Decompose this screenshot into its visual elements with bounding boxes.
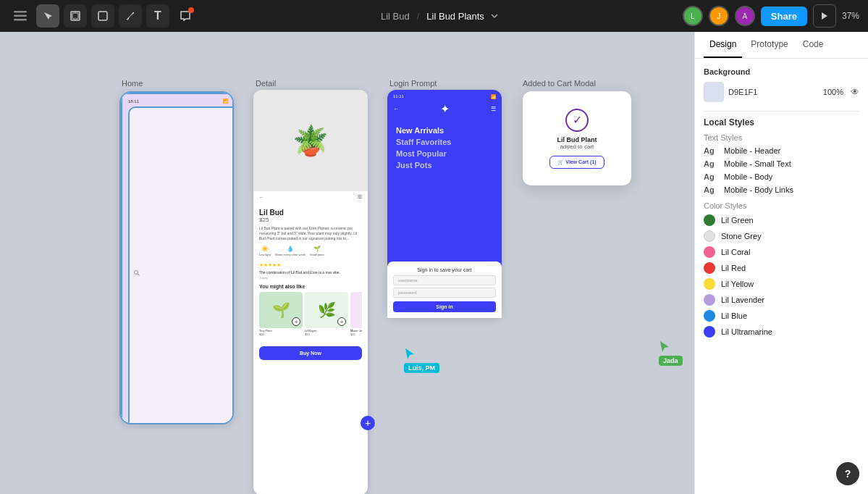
also-like-title: You might also like — [259, 284, 362, 289]
play-button[interactable] — [813, 4, 836, 28]
color-styles-section-title: Color Styles — [704, 201, 859, 210]
svg-rect-4 — [72, 13, 78, 19]
cursor-jada-pointer — [659, 340, 670, 354]
password-field[interactable]: password — [393, 288, 496, 298]
tab-prototype[interactable]: Prototype — [745, 32, 793, 58]
login-menu-item-0[interactable]: New Arrivals — [396, 126, 493, 135]
search-icon — [134, 270, 140, 276]
light-icon: ☀️ — [261, 246, 269, 252]
shape-tool-button[interactable] — [91, 4, 114, 28]
rec-add-1[interactable]: + — [337, 317, 346, 326]
login-menu-item-3[interactable]: Just Pots — [396, 161, 493, 169]
view-cart-button[interactable]: 🛒 View Cart (1) — [549, 156, 604, 169]
color-style-item-0[interactable]: Lil Green — [704, 214, 859, 226]
care-item-light: ☀️ Low light — [259, 246, 271, 256]
sign-in-button[interactable]: Sign in — [393, 301, 496, 312]
home-frame: 18:11 📶 New Arrivals Sort by ▾ Filter ▾ — [119, 91, 234, 424]
tab-design[interactable]: Design — [704, 32, 742, 58]
color-style-item-2[interactable]: Lil Coral — [704, 246, 859, 258]
detail-price: $25 — [259, 217, 362, 223]
zoom-label[interactable]: 37% — [842, 11, 859, 21]
login-hamburger[interactable]: ☰ — [491, 106, 496, 112]
text-style-item-2[interactable]: Ag Mobile - Body — [704, 172, 859, 181]
text-tool-button[interactable]: T — [146, 4, 169, 28]
background-color-swatch[interactable] — [704, 82, 724, 102]
svg-rect-5 — [98, 12, 107, 20]
local-styles-title: Local Styles — [704, 117, 859, 127]
water-icon: 💧 — [287, 246, 294, 252]
text-style-item-0[interactable]: Ag Mobile - Header — [704, 146, 859, 155]
detail-plant-image: 🪴 — [253, 90, 368, 191]
cart-modal: ✓ Lil Bud Plant added to cart 🛒 View Car… — [523, 91, 631, 185]
rec-item-2[interactable]: 🪴 + Mister Jenkins $25 — [350, 292, 362, 336]
color-style-item-1[interactable]: Stone Grey — [704, 230, 859, 242]
frame-label-login: Login Prompt — [389, 79, 437, 88]
light-label: Low light — [259, 253, 271, 256]
text-style-name-0: Mobile - Header — [724, 146, 780, 155]
color-style-name-6: Lil Blue — [721, 311, 747, 320]
username-field[interactable]: username — [393, 275, 496, 285]
search-bar[interactable] — [128, 106, 234, 424]
login-menu-items: New Arrivals Staff Favorites Most Popula… — [387, 120, 502, 178]
tool-group-pen — [119, 4, 142, 28]
avatar-user2: J — [709, 6, 729, 26]
color-style-item-6[interactable]: Lil Blue — [704, 310, 859, 322]
back-arrow[interactable]: ← — [259, 195, 264, 200]
visibility-toggle-icon[interactable]: 👁 — [851, 87, 859, 97]
cursor-jada-label: Jada — [659, 356, 683, 366]
rec-item-0[interactable]: 🌱 + Tiny Plant $20 — [259, 292, 303, 336]
text-style-item-1[interactable]: Ag Mobile - Small Text — [704, 159, 859, 168]
text-style-item-3[interactable]: Ag Mobile - Body Links — [704, 185, 859, 194]
color-style-name-5: Lil Lavender — [721, 296, 764, 304]
panel-tabs: Design Prototype Code — [695, 32, 868, 59]
home-top-section: 18:11 📶 New Arrivals Sort by ▾ Filter ▾ — [121, 93, 234, 424]
size-label: Small plant — [310, 253, 324, 256]
tab-code[interactable]: Code — [797, 32, 830, 58]
frame-label-detail: Detail — [256, 79, 276, 88]
signal-icons: 📶 — [223, 99, 228, 104]
frame-tool-button[interactable] — [64, 4, 87, 28]
color-style-item-3[interactable]: Lil Red — [704, 262, 859, 274]
color-dot-0 — [704, 214, 715, 226]
care-icons-row: ☀️ Low light 💧 Water every other week 🌱 … — [259, 246, 362, 256]
color-style-item-7[interactable]: Lil Ultramarine — [704, 326, 859, 338]
color-style-name-1: Stone Grey — [721, 232, 762, 240]
share-button[interactable]: Share — [761, 7, 807, 26]
color-style-item-4[interactable]: Lil Yellow — [704, 278, 859, 290]
login-back-arrow[interactable]: ← — [393, 106, 399, 112]
svg-rect-1 — [14, 15, 27, 17]
color-style-item-5[interactable]: Lil Lavender — [704, 294, 859, 306]
svg-rect-2 — [14, 19, 27, 21]
rec-item-1[interactable]: 🌿 + Lil Roger $25 — [305, 292, 348, 336]
tool-group-shape — [91, 4, 114, 28]
buy-button[interactable]: Buy Now — [259, 346, 362, 360]
menu-button[interactable] — [9, 4, 32, 28]
login-logo-icon: ✦ — [440, 102, 450, 116]
comments-tool-button[interactable] — [174, 4, 197, 28]
tool-group-frame — [64, 4, 87, 28]
detail-stars: ★★★★★ — [259, 262, 362, 268]
detail-fab-button[interactable]: + — [361, 416, 375, 430]
detail-phone: 🪴 ← ☰ Lil Bud $25 Lil Bud Plant is paire… — [253, 90, 368, 494]
color-dot-5 — [704, 294, 715, 306]
background-hex[interactable]: D9E1F1 — [728, 88, 819, 96]
color-style-name-2: Lil Coral — [721, 248, 750, 256]
help-button[interactable]: ? — [836, 462, 859, 485]
canvas[interactable]: Home Detail Login Prompt Added to Cart M… — [0, 32, 694, 494]
text-styles-section-title: Text Styles — [704, 133, 859, 142]
select-tool-button[interactable] — [36, 4, 59, 28]
background-opacity[interactable]: 100% — [823, 88, 843, 96]
detail-reviewer: Tracey — [259, 276, 362, 280]
svg-point-6 — [135, 271, 138, 275]
login-menu-item-2[interactable]: Most Popular — [396, 149, 493, 158]
avatar-user1: L — [683, 6, 703, 26]
menu-dots[interactable]: ☰ — [358, 194, 362, 200]
pen-tool-button[interactable] — [119, 4, 142, 28]
care-item-water: 💧 Water every other week — [275, 246, 306, 256]
project-name[interactable]: Lil Bud — [381, 11, 410, 22]
toolbar-center: Lil Bud / Lil Bud Plants — [381, 11, 499, 22]
file-name[interactable]: Lil Bud Plants — [426, 11, 484, 22]
detail-frame: 🪴 ← ☰ Lil Bud $25 Lil Bud Plant is paire… — [253, 90, 368, 494]
rec-add-0[interactable]: + — [292, 317, 300, 326]
login-menu-item-1[interactable]: Staff Favorites — [396, 138, 493, 146]
